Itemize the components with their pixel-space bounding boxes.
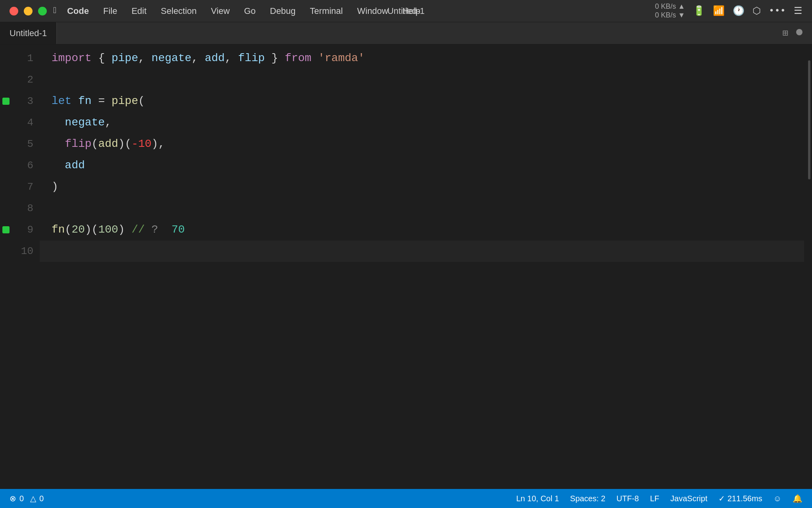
comment-quokka: // [132, 219, 151, 241]
fn-pipe: pipe [111, 90, 138, 112]
wifi-icon: 📶 [713, 5, 725, 17]
string-ramda: 'ramda' [318, 48, 365, 69]
code-line-3: let fn = pipe ( [40, 90, 804, 112]
line-ending[interactable]: LF [650, 494, 659, 503]
line-num-row-7: 7 [12, 176, 33, 198]
code-line-8 [40, 198, 804, 219]
line-num-row-3: 3 [12, 90, 33, 112]
battery-icon: 🔋 [693, 5, 705, 17]
code-editor[interactable]: import { pipe , negate , add , flip } fr… [40, 44, 804, 489]
titlebar-right: 0 KB/s ▲0 KB/s ▼ 🔋 📶 🕐 ⬡ ••• ☰ [655, 2, 802, 19]
keyword-let: let [52, 90, 71, 112]
arg-100: 100 [98, 219, 118, 241]
minimize-button[interactable] [24, 7, 33, 15]
keyword-from: from [285, 48, 311, 69]
menu-view[interactable]: View [204, 4, 237, 19]
fn-negate: negate [65, 112, 105, 133]
quokka-timing: ✓ 211.56ms [718, 494, 762, 503]
clock-icon: 🕐 [733, 5, 745, 17]
editor-body[interactable]: 1 2 3 4 5 6 7 [0, 44, 812, 489]
code-line-4: negate , [40, 112, 804, 133]
line-num-1: 1 [19, 53, 33, 64]
keyword-import: import [52, 48, 92, 69]
line-num-6: 6 [19, 160, 33, 171]
line-numbers: 1 2 3 4 5 6 7 [0, 44, 40, 489]
tab-bar: Untitled-1 ⊞ [0, 22, 812, 44]
indentation[interactable]: Spaces: 2 [570, 494, 605, 503]
split-editor-icon[interactable]: ⊞ [783, 27, 788, 39]
line-num-5: 5 [19, 139, 33, 149]
more-icon[interactable]: ••• [769, 6, 786, 16]
code-line-6: add [40, 155, 804, 176]
menu-go[interactable]: Go [237, 4, 262, 19]
menu-edit[interactable]: Edit [124, 4, 154, 19]
line-num-row-2: 2 [12, 69, 33, 90]
fn-call-fn: fn [52, 219, 65, 241]
scrollbar[interactable] [804, 44, 812, 489]
warning-num: 0 [39, 494, 44, 503]
fn-add-inner: add [98, 133, 118, 155]
menu-code[interactable]: Code [60, 4, 96, 19]
error-icon: ⊗ [10, 494, 16, 503]
scrollbar-thumb[interactable] [808, 60, 810, 179]
menu-bar:  Code File Edit Selection View Go Debug… [53, 4, 427, 19]
code-line-10[interactable] [40, 241, 804, 262]
line-num-row-8: 8 [12, 198, 33, 219]
menu-debug[interactable]: Debug [263, 4, 303, 19]
code-line-1: import { pipe , negate , add , flip } fr… [40, 48, 804, 69]
titlebar-left:  Code File Edit Selection View Go Debug… [10, 4, 427, 19]
line-num-row-1: 1 [12, 48, 33, 69]
menu-terminal[interactable]: Terminal [303, 4, 350, 19]
network-speed: 0 KB/s ▲0 KB/s ▼ [655, 2, 685, 19]
editor-tab[interactable]: Untitled-1 [0, 22, 57, 44]
line-num-2: 2 [19, 75, 33, 85]
maximize-button[interactable] [38, 7, 47, 15]
line-num-10: 10 [19, 246, 33, 256]
line-num-4: 4 [19, 117, 33, 128]
arg-20: 20 [71, 219, 85, 241]
menu-file[interactable]: File [96, 4, 124, 19]
line-num-row-5: 5 [12, 133, 33, 155]
status-bar: ⊗ 0 △ 0 Ln 10, Col 1 Spaces: 2 UTF-8 LF … [0, 489, 812, 508]
line-num-row-6: 6 [12, 155, 33, 176]
number-neg10: -10 [132, 133, 151, 155]
fn-flip: flip [65, 133, 92, 155]
warning-icon: △ [30, 494, 36, 503]
code-line-5: flip ( add )( -10 ), [40, 133, 804, 155]
smiley-icon[interactable]: ☺ [774, 494, 781, 503]
gutter-dot-9 [2, 226, 10, 233]
line-num-8: 8 [19, 203, 33, 214]
code-line-7: ) [40, 176, 804, 198]
fn-add: add [65, 155, 85, 176]
apple-icon:  [53, 6, 58, 16]
gutter-dot-3 [2, 98, 10, 105]
quokka-result: 70 [172, 219, 185, 241]
line-num-row-4: 4 [12, 112, 33, 133]
status-right: Ln 10, Col 1 Spaces: 2 UTF-8 LF JavaScri… [516, 494, 802, 503]
code-line-9: fn ( 20 )( 100 ) // ? 70 [40, 219, 804, 241]
close-button[interactable] [10, 7, 18, 15]
code-line-2 [40, 69, 804, 90]
extensions-icon[interactable]: ⬡ [753, 5, 761, 17]
bell-icon[interactable]: 🔔 [793, 494, 802, 503]
unsaved-indicator [796, 29, 802, 37]
cursor-position[interactable]: Ln 10, Col 1 [516, 494, 559, 503]
list-icon[interactable]: ☰ [794, 5, 802, 17]
tab-icons: ⊞ [783, 27, 802, 39]
line-num-9: 9 [19, 225, 33, 235]
window-title: Untitled-1 [387, 6, 425, 16]
language-mode[interactable]: JavaScript [670, 494, 707, 503]
error-count[interactable]: ⊗ 0 △ 0 [10, 494, 44, 503]
line-num-3: 3 [19, 96, 33, 106]
titlebar:  Code File Edit Selection View Go Debug… [0, 0, 812, 22]
error-num: 0 [19, 494, 24, 503]
editor-container: Untitled-1 ⊞ 1 2 3 4 [0, 22, 812, 489]
file-encoding[interactable]: UTF-8 [617, 494, 639, 503]
line-num-row-10: 10 [12, 241, 33, 262]
menu-selection[interactable]: Selection [154, 4, 204, 19]
traffic-lights [10, 7, 47, 15]
status-left: ⊗ 0 △ 0 [10, 494, 44, 503]
line-num-row-9: 9 [12, 219, 33, 241]
line-num-7: 7 [19, 182, 33, 192]
